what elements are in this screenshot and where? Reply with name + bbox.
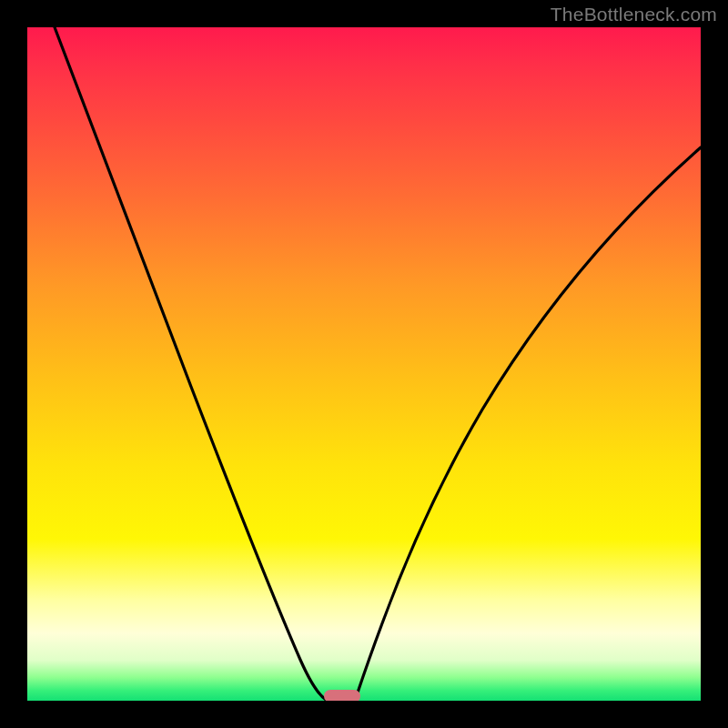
curve-right bbox=[355, 147, 701, 701]
chart-frame: TheBottleneck.com bbox=[0, 0, 728, 728]
optimal-marker bbox=[324, 690, 360, 701]
chart-curves bbox=[27, 27, 701, 701]
curve-left bbox=[55, 27, 328, 701]
watermark-text: TheBottleneck.com bbox=[551, 4, 717, 25]
chart-plot-area bbox=[27, 27, 701, 701]
